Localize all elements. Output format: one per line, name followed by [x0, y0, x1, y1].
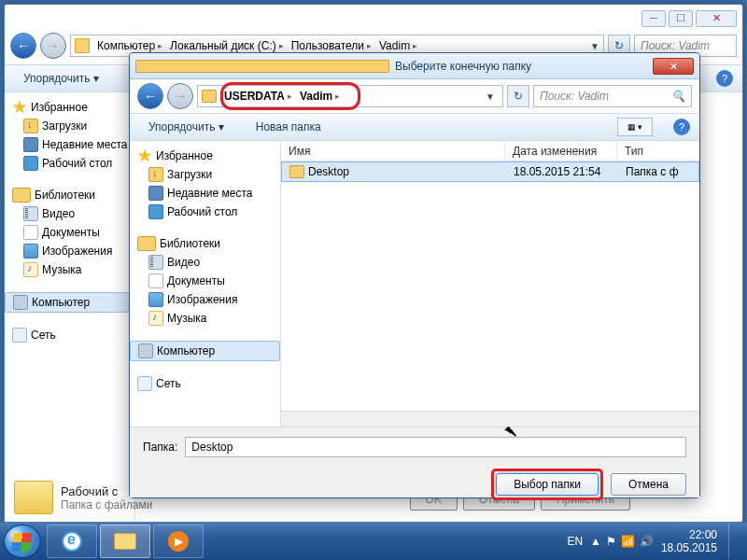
computer-icon — [13, 295, 28, 310]
system-tray: EN ▲ ⚑ 📶 🔊 22:00 18.05.2015 — [567, 524, 743, 559]
folder-name-input[interactable] — [185, 437, 686, 457]
dialog-sidebar: Избранное Загрузки Недавние места Рабочи… — [130, 141, 281, 427]
sidebar-favorites[interactable]: Избранное — [5, 98, 134, 117]
dlg-sidebar-music[interactable]: Музыка — [130, 309, 280, 328]
desktop-icon — [23, 156, 38, 171]
desktop-icon — [148, 204, 163, 219]
dlg-sidebar-documents[interactable]: Документы — [130, 272, 280, 290]
sidebar-pictures[interactable]: Изображения — [5, 242, 134, 260]
sidebar-libraries[interactable]: Библиотеки — [5, 186, 134, 204]
library-icon — [137, 236, 156, 251]
download-icon — [148, 167, 163, 182]
tray-volume-icon[interactable]: 🔊 — [640, 535, 654, 548]
network-icon — [137, 376, 152, 391]
dlg-sidebar-desktop[interactable]: Рабочий стол — [130, 203, 280, 221]
star-icon — [137, 148, 152, 163]
tray-network-icon[interactable]: 📶 — [621, 535, 635, 548]
dlg-sidebar-downloads[interactable]: Загрузки — [130, 165, 280, 184]
sidebar-music[interactable]: Музыка — [5, 260, 134, 279]
music-icon — [148, 311, 163, 326]
minimize-button[interactable]: ─ — [641, 10, 666, 27]
cancel-button[interactable]: Отмена — [611, 473, 686, 496]
dialog-toolbar: Упорядочить ▾ Новая папка ▦ ▾ ? — [130, 113, 699, 141]
dlg-sidebar-pictures[interactable]: Изображения — [130, 290, 280, 309]
column-name[interactable]: Имя — [281, 141, 505, 161]
start-button[interactable] — [4, 525, 41, 558]
sidebar-recent[interactable]: Недавние места — [5, 135, 134, 154]
list-row[interactable]: Desktop 18.05.2015 21:54 Папка с ф — [281, 161, 699, 182]
dlg-sidebar-recent[interactable]: Недавние места — [130, 184, 280, 203]
dlg-sidebar-videos[interactable]: Видео — [130, 253, 280, 272]
folder-icon — [135, 60, 389, 73]
folder-icon — [14, 481, 53, 514]
dlg-sidebar-computer[interactable]: Компьютер — [130, 341, 280, 361]
folder-picker-dialog: Выберите конечную папку ✕ ← → USERDATA▸ … — [129, 52, 700, 498]
clock[interactable]: 22:00 18.05.2015 — [661, 528, 717, 555]
folder-icon — [202, 90, 217, 103]
column-type[interactable]: Тип — [617, 141, 699, 161]
dialog-close-button[interactable]: ✕ — [653, 58, 694, 75]
image-icon — [23, 244, 38, 259]
maximize-button[interactable]: ☐ — [669, 10, 693, 27]
back-button[interactable]: ← — [10, 33, 36, 59]
dialog-address-bar[interactable]: USERDATA▸ Vadim▸ ▼ — [197, 85, 503, 107]
ie-icon — [62, 531, 82, 552]
sidebar-network[interactable]: Сеть — [5, 326, 134, 344]
tray-flag-icon[interactable]: ▲ — [590, 535, 601, 548]
organize-button[interactable]: Упорядочить ▾ — [14, 69, 108, 88]
column-date[interactable]: Дата изменения — [505, 141, 617, 161]
image-icon — [148, 292, 163, 307]
taskbar-ie[interactable] — [47, 525, 97, 558]
dialog-search-box[interactable]: Поиск: Vadim 🔍 — [533, 85, 692, 107]
dialog-title: Выберите конечную папку — [395, 60, 647, 73]
main-sidebar: Избранное Загрузки Недавние места Рабочи… — [5, 92, 135, 522]
search-icon: 🔍 — [671, 90, 685, 103]
download-icon — [23, 119, 38, 133]
taskbar: ▶ EN ▲ ⚑ 📶 🔊 22:00 18.05.2015 — [0, 523, 747, 560]
help-button[interactable]: ? — [716, 70, 733, 87]
new-folder-button[interactable]: Новая папка — [247, 118, 331, 136]
music-icon — [23, 262, 38, 277]
document-icon — [148, 273, 163, 288]
recent-icon — [23, 137, 38, 152]
computer-icon — [138, 343, 153, 358]
dialog-forward-button[interactable]: → — [167, 83, 193, 109]
recent-icon — [148, 186, 163, 201]
show-desktop-button[interactable] — [728, 524, 738, 559]
tray-action-icon[interactable]: ⚑ — [606, 535, 616, 548]
library-icon — [12, 188, 31, 203]
sidebar-documents[interactable]: Документы — [5, 223, 134, 242]
wmp-icon: ▶ — [168, 531, 189, 552]
explorer-icon — [114, 533, 136, 550]
folder-icon — [75, 38, 90, 53]
video-icon — [23, 206, 38, 221]
taskbar-mediaplayer[interactable]: ▶ — [153, 525, 204, 558]
close-button[interactable]: ✕ — [696, 10, 737, 27]
view-button[interactable]: ▦ ▾ — [617, 118, 653, 136]
taskbar-explorer[interactable] — [100, 525, 150, 558]
forward-button[interactable]: → — [40, 33, 66, 59]
sidebar-downloads[interactable]: Загрузки — [5, 117, 134, 135]
folder-label: Папка: — [143, 441, 177, 454]
horizontal-scrollbar[interactable] — [281, 411, 699, 427]
dialog-back-button[interactable]: ← — [137, 83, 163, 109]
network-icon — [12, 328, 27, 343]
sidebar-videos[interactable]: Видео — [5, 204, 134, 223]
dlg-sidebar-libraries[interactable]: Библиотеки — [130, 234, 280, 253]
dlg-sidebar-network[interactable]: Сеть — [130, 374, 280, 393]
highlight-annotation: Выбор папки — [491, 469, 603, 500]
sidebar-desktop[interactable]: Рабочий стол — [5, 154, 134, 173]
dialog-refresh-button[interactable]: ↻ — [507, 85, 529, 107]
language-indicator[interactable]: EN — [567, 535, 583, 548]
document-icon — [23, 225, 38, 240]
dialog-titlebar[interactable]: Выберите конечную папку ✕ — [130, 53, 699, 79]
dialog-help-button[interactable]: ? — [673, 119, 690, 135]
dialog-organize-button[interactable]: Упорядочить ▾ — [139, 118, 233, 136]
video-icon — [148, 255, 163, 270]
sidebar-computer[interactable]: Компьютер — [5, 292, 134, 313]
file-list: Имя Дата изменения Тип Desktop 18.05.201… — [281, 141, 699, 427]
folder-icon — [289, 165, 304, 178]
select-folder-button[interactable]: Выбор папки — [496, 473, 599, 496]
dialog-footer: Папка: Выбор папки Отмена — [130, 427, 699, 497]
dlg-sidebar-favorites[interactable]: Избранное — [130, 147, 280, 165]
